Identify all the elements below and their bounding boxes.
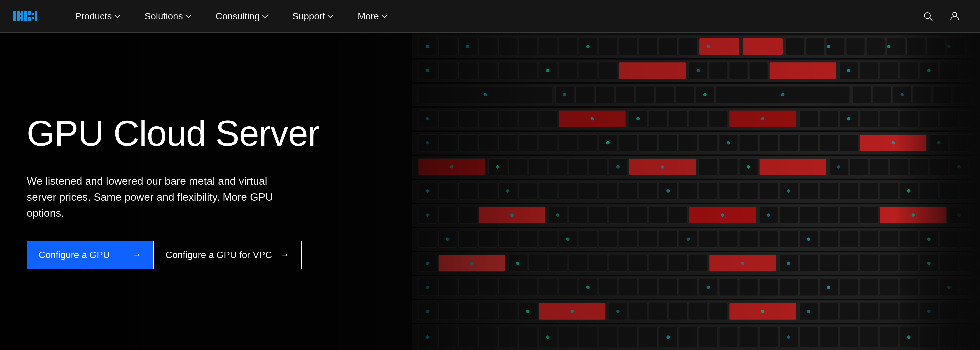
search-icon: [923, 11, 933, 22]
solutions-chevron-icon: [186, 13, 192, 19]
svg-rect-7: [17, 13, 23, 15]
logo[interactable]: [13, 11, 37, 21]
svg-point-21: [953, 12, 957, 16]
svg-rect-1: [13, 13, 16, 15]
ibm-logo-svg: [13, 11, 37, 21]
support-chevron-icon: [328, 13, 334, 19]
svg-rect-0: [13, 11, 16, 13]
svg-rect-8: [17, 15, 20, 17]
svg-rect-17: [32, 18, 34, 19]
hero-content: GPU Cloud Server We listened and lowered…: [0, 114, 346, 269]
svg-rect-10: [17, 18, 23, 19]
svg-rect-15: [28, 18, 31, 21]
hero-buttons: Configure a GPU → Configure a GPU for VP…: [27, 241, 319, 269]
svg-rect-11: [17, 19, 20, 21]
svg-rect-12: [21, 19, 23, 21]
more-chevron-icon: [382, 13, 388, 19]
svg-rect-5: [17, 11, 20, 13]
nav-items: Products Solutions Consulting Support Mo…: [63, 0, 916, 33]
svg-rect-13: [24, 11, 27, 21]
nav-item-products[interactable]: Products: [63, 0, 133, 33]
svg-rect-16: [32, 13, 34, 15]
search-button[interactable]: [916, 0, 940, 33]
nav-item-more[interactable]: More: [346, 0, 400, 33]
svg-rect-6: [21, 11, 23, 13]
user-button[interactable]: [943, 0, 967, 33]
consulting-chevron-icon: [262, 13, 268, 19]
svg-rect-2: [13, 15, 16, 17]
svg-line-20: [930, 18, 932, 21]
user-icon: [949, 11, 960, 22]
nav-item-consulting[interactable]: Consulting: [204, 0, 280, 33]
configure-gpu-arrow-icon: →: [132, 250, 142, 260]
hero-description: We listened and lowered our bare metal a…: [27, 173, 280, 221]
configure-gpu-vpc-button[interactable]: Configure a GPU for VPC →: [153, 241, 302, 269]
configure-gpu-vpc-label: Configure a GPU for VPC: [165, 250, 272, 260]
svg-rect-9: [21, 15, 23, 17]
products-chevron-icon: [115, 13, 121, 19]
more-label: More: [358, 11, 379, 22]
svg-rect-4: [13, 19, 16, 21]
configure-gpu-label: Configure a GPU: [39, 250, 110, 260]
configure-gpu-vpc-arrow-icon: →: [280, 250, 290, 260]
nav-actions: [916, 0, 967, 33]
svg-point-19: [924, 13, 930, 19]
svg-rect-14: [28, 11, 31, 15]
svg-rect-3: [13, 18, 16, 19]
nav-divider: [51, 8, 51, 24]
products-label: Products: [75, 11, 112, 22]
consulting-label: Consulting: [216, 11, 260, 22]
svg-rect-18: [35, 11, 37, 21]
hero-section: /* rows generated inline below */: [0, 33, 980, 350]
nav-item-solutions[interactable]: Solutions: [133, 0, 204, 33]
hero-title: GPU Cloud Server: [27, 114, 319, 153]
solutions-label: Solutions: [145, 11, 183, 22]
navbar: Products Solutions Consulting Support Mo…: [0, 0, 980, 33]
configure-gpu-button[interactable]: Configure a GPU →: [27, 241, 153, 269]
nav-item-support[interactable]: Support: [280, 0, 346, 33]
support-label: Support: [292, 11, 325, 22]
